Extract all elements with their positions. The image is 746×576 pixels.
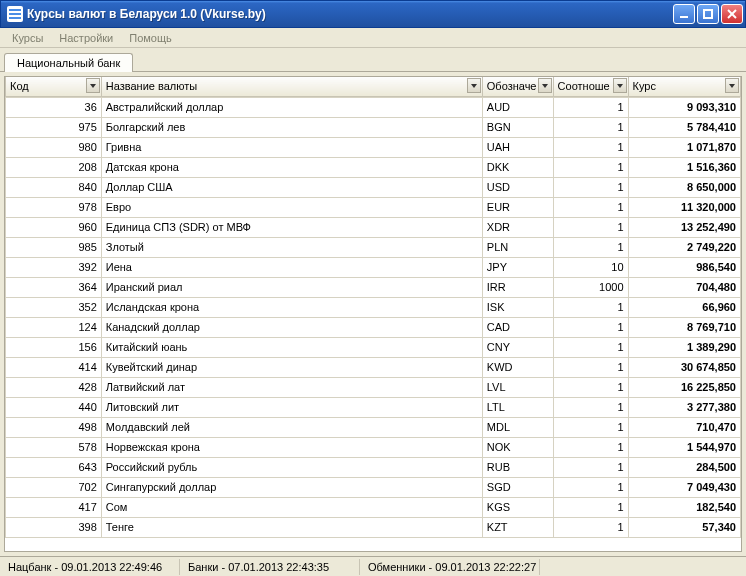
cell-ratio: 1000 xyxy=(553,277,628,297)
cell-name: Исландская крона xyxy=(101,297,482,317)
cell-name: Евро xyxy=(101,197,482,217)
table-row[interactable]: 417СомKGS1182,540 xyxy=(6,497,741,517)
cell-rate: 986,540 xyxy=(628,257,740,277)
cell-code: 498 xyxy=(6,417,102,437)
cell-code: 417 xyxy=(6,497,102,517)
cell-symbol: XDR xyxy=(482,217,553,237)
cell-code: 578 xyxy=(6,437,102,457)
maximize-button[interactable] xyxy=(697,4,719,24)
table-row[interactable]: 978ЕвроEUR111 320,000 xyxy=(6,197,741,217)
col-header-rate[interactable]: Курс xyxy=(628,77,740,96)
menu-item-settings[interactable]: Настройки xyxy=(51,30,121,46)
cell-rate: 8 650,000 xyxy=(628,177,740,197)
cell-code: 364 xyxy=(6,277,102,297)
cell-name: Тенге xyxy=(101,517,482,537)
cell-rate: 1 389,290 xyxy=(628,337,740,357)
cell-symbol: ISK xyxy=(482,297,553,317)
svg-rect-2 xyxy=(9,17,21,19)
col-header-symbol[interactable]: Обозначе xyxy=(482,77,553,96)
table-row[interactable]: 364Иранский риалIRR1000704,480 xyxy=(6,277,741,297)
cell-rate: 57,340 xyxy=(628,517,740,537)
table-row[interactable]: 352Исландская кронаISK166,960 xyxy=(6,297,741,317)
col-header-code[interactable]: Код xyxy=(6,77,102,96)
cell-code: 124 xyxy=(6,317,102,337)
status-banks: Банки - 07.01.2013 22:43:35 xyxy=(180,559,360,575)
filter-dropdown-icon[interactable] xyxy=(467,78,481,93)
col-header-name[interactable]: Название валюты xyxy=(101,77,482,96)
cell-name: Латвийский лат xyxy=(101,377,482,397)
col-header-ratio[interactable]: Соотноше xyxy=(553,77,628,96)
cell-name: Доллар США xyxy=(101,177,482,197)
table-row[interactable]: 578Норвежская кронаNOK11 544,970 xyxy=(6,437,741,457)
cell-symbol: RUB xyxy=(482,457,553,477)
cell-rate: 5 784,410 xyxy=(628,117,740,137)
filter-dropdown-icon[interactable] xyxy=(538,78,552,93)
cell-code: 156 xyxy=(6,337,102,357)
table-row[interactable]: 960Единица СПЗ (SDR) от МВФXDR113 252,49… xyxy=(6,217,741,237)
tab-bar: Национальный банк xyxy=(0,48,746,72)
cell-name: Гривна xyxy=(101,137,482,157)
close-button[interactable] xyxy=(721,4,743,24)
col-header-code-label: Код xyxy=(10,80,29,92)
cell-name: Канадский доллар xyxy=(101,317,482,337)
cell-name: Российский рубль xyxy=(101,457,482,477)
table-row[interactable]: 124Канадский долларCAD18 769,710 xyxy=(6,317,741,337)
cell-symbol: PLN xyxy=(482,237,553,257)
cell-code: 702 xyxy=(6,477,102,497)
cell-name: Иранский риал xyxy=(101,277,482,297)
table-row[interactable]: 840Доллар СШАUSD18 650,000 xyxy=(6,177,741,197)
cell-name: Молдавский лей xyxy=(101,417,482,437)
cell-name: Сингапурский доллар xyxy=(101,477,482,497)
cell-code: 440 xyxy=(6,397,102,417)
table-row[interactable]: 440Литовский литLTL13 277,380 xyxy=(6,397,741,417)
tab-national-bank[interactable]: Национальный банк xyxy=(4,53,133,72)
cell-ratio: 1 xyxy=(553,137,628,157)
header-table: Код Название валюты Обозначе Соотноше Ку… xyxy=(5,77,741,97)
cell-ratio: 1 xyxy=(553,177,628,197)
minimize-button[interactable] xyxy=(673,4,695,24)
filter-dropdown-icon[interactable] xyxy=(86,78,100,93)
cell-ratio: 1 xyxy=(553,417,628,437)
app-icon xyxy=(7,6,23,22)
cell-code: 36 xyxy=(6,97,102,117)
table-row[interactable]: 643Российский рубльRUB1284,500 xyxy=(6,457,741,477)
table-row[interactable]: 980ГривнаUAH11 071,870 xyxy=(6,137,741,157)
cell-symbol: LVL xyxy=(482,377,553,397)
cell-rate: 11 320,000 xyxy=(628,197,740,217)
table-row[interactable]: 498Молдавский лейMDL1710,470 xyxy=(6,417,741,437)
cell-ratio: 1 xyxy=(553,437,628,457)
table-row[interactable]: 985ЗлотыйPLN12 749,220 xyxy=(6,237,741,257)
cell-code: 398 xyxy=(6,517,102,537)
col-header-name-label: Название валюты xyxy=(106,80,197,92)
table-row[interactable]: 398ТенгеKZT157,340 xyxy=(6,517,741,537)
filter-dropdown-icon[interactable] xyxy=(613,78,627,93)
table-row[interactable]: 208Датская кронаDKK11 516,360 xyxy=(6,157,741,177)
table-row[interactable]: 428Латвийский латLVL116 225,850 xyxy=(6,377,741,397)
cell-symbol: USD xyxy=(482,177,553,197)
cell-symbol: KWD xyxy=(482,357,553,377)
cell-symbol: NOK xyxy=(482,437,553,457)
cell-ratio: 1 xyxy=(553,337,628,357)
col-header-ratio-label: Соотноше xyxy=(558,80,610,92)
table-row[interactable]: 36Австралийский долларAUD19 093,310 xyxy=(6,97,741,117)
table-body-scroll[interactable]: 36Австралийский долларAUD19 093,310975Бо… xyxy=(5,97,741,552)
menu-item-rates[interactable]: Курсы xyxy=(4,30,51,46)
table-row[interactable]: 156Китайский юаньCNY11 389,290 xyxy=(6,337,741,357)
cell-code: 960 xyxy=(6,217,102,237)
table-row[interactable]: 392ИенаJPY10986,540 xyxy=(6,257,741,277)
cell-ratio: 1 xyxy=(553,397,628,417)
cell-code: 975 xyxy=(6,117,102,137)
table-row[interactable]: 414Кувейтский динарKWD130 674,850 xyxy=(6,357,741,377)
menu-item-help[interactable]: Помощь xyxy=(121,30,180,46)
cell-rate: 1 516,360 xyxy=(628,157,740,177)
cell-rate: 1 071,870 xyxy=(628,137,740,157)
cell-rate: 13 252,490 xyxy=(628,217,740,237)
cell-symbol: UAH xyxy=(482,137,553,157)
cell-ratio: 1 xyxy=(553,357,628,377)
table-row[interactable]: 702Сингапурский долларSGD17 049,430 xyxy=(6,477,741,497)
cell-name: Норвежская крона xyxy=(101,437,482,457)
cell-name: Сом xyxy=(101,497,482,517)
table-row[interactable]: 975Болгарский левBGN15 784,410 xyxy=(6,117,741,137)
cell-symbol: KGS xyxy=(482,497,553,517)
filter-dropdown-icon[interactable] xyxy=(725,78,739,93)
